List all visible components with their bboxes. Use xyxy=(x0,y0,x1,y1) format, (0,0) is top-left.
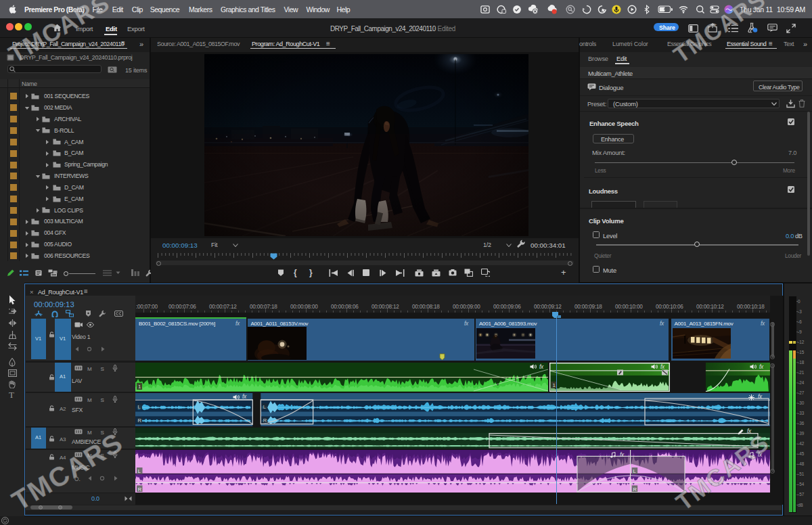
svg-text:1: 1 xyxy=(138,384,141,390)
svg-text:L: L xyxy=(138,468,141,474)
svg-text:R: R xyxy=(138,486,142,492)
svg-text:L: L xyxy=(263,404,266,410)
svg-text:R: R xyxy=(138,417,142,424)
svg-text:L: L xyxy=(138,404,141,410)
svg-text:R: R xyxy=(633,486,637,492)
svg-text:R: R xyxy=(263,417,267,424)
svg-text:1: 1 xyxy=(552,382,556,388)
svg-text:L: L xyxy=(633,468,635,474)
